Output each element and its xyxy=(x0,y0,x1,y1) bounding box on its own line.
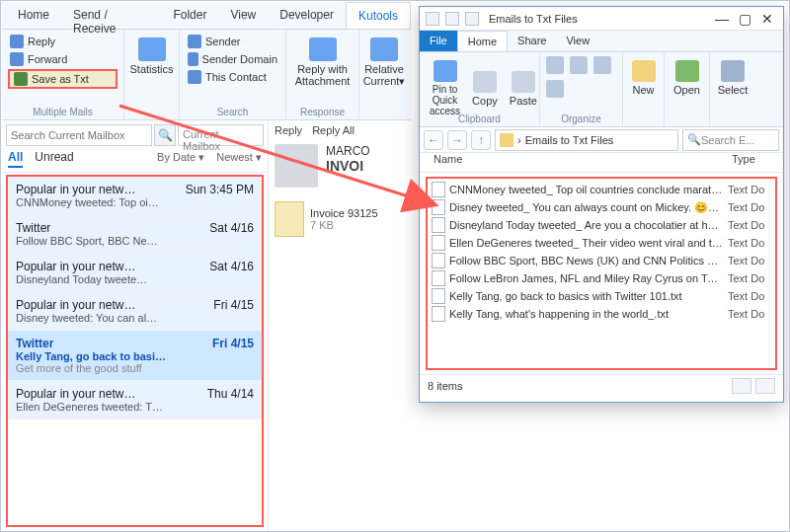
nav-back-button[interactable]: ← xyxy=(424,130,443,150)
text-file-icon xyxy=(432,306,445,322)
minimize-button[interactable]: — xyxy=(715,12,729,26)
reply-with-attachment-button[interactable]: Reply with Attachment xyxy=(292,34,353,91)
tab-view[interactable]: View xyxy=(218,2,268,29)
delete-icon[interactable] xyxy=(593,56,611,74)
file-item[interactable]: Ellen DeGeneres tweeted_ Their video wen… xyxy=(430,234,773,252)
sort-by-date[interactable]: By Date ▾ xyxy=(157,151,204,164)
forward-button[interactable]: Forward xyxy=(8,51,118,67)
new-button[interactable]: New xyxy=(629,56,658,100)
mail-item[interactable]: Popular in your netw…Sat 4/16 Disneyland… xyxy=(8,254,262,292)
tab-home[interactable]: Home xyxy=(6,2,61,29)
sort-newest[interactable]: Newest ▾ xyxy=(216,151,262,164)
view-details-button[interactable] xyxy=(732,378,751,394)
view-thumbnails-button[interactable] xyxy=(755,378,775,394)
copy-button[interactable]: Copy xyxy=(468,56,502,120)
rename-icon[interactable] xyxy=(546,80,564,98)
pin-quick-access-button[interactable]: Pin to Quick access xyxy=(426,56,464,120)
tab-folder[interactable]: Folder xyxy=(161,2,218,29)
file-item[interactable]: Disneyland Today tweeted_ Are you a choc… xyxy=(430,216,773,234)
pin-icon xyxy=(434,60,457,82)
explorer-search-input[interactable]: 🔍 Search E... xyxy=(682,129,779,151)
reply-button[interactable]: Reply xyxy=(8,34,118,49)
clipboard-group-title: Clipboard xyxy=(420,114,539,124)
preview-reply-all-button[interactable]: Reply All xyxy=(312,124,355,136)
statistics-button[interactable]: Statistics xyxy=(130,34,173,79)
outlook-tabstrip: HomeSend / ReceiveFolderViewDeveloperKut… xyxy=(2,2,411,30)
tab-view[interactable]: View xyxy=(556,31,599,51)
status-text: 8 items xyxy=(428,380,462,392)
text-file-icon xyxy=(432,270,445,286)
avatar xyxy=(275,144,318,188)
window-title: Emails to Txt Files xyxy=(485,13,705,25)
search-group-title: Search xyxy=(180,107,285,117)
filter-unread[interactable]: Unread xyxy=(35,150,73,164)
preview-sender: MARCO xyxy=(326,144,370,158)
tab-share[interactable]: Share xyxy=(508,31,556,51)
zip-icon xyxy=(275,201,304,237)
col-type[interactable]: Type xyxy=(732,153,783,172)
mail-item[interactable]: Popular in your netw…Thu 4/14 Ellen DeGe… xyxy=(8,381,262,419)
text-file-icon xyxy=(432,288,445,304)
open-button[interactable]: Open xyxy=(671,56,703,100)
mail-item[interactable]: TwitterFri 4/15 Kelly Tang, go back to b… xyxy=(8,331,262,381)
select-icon xyxy=(721,60,745,82)
folder-icon xyxy=(500,133,514,147)
search-domain-button[interactable]: Sender Domain xyxy=(186,51,279,67)
search-contact-button[interactable]: This Contact xyxy=(186,69,279,85)
tab-file[interactable]: File xyxy=(420,31,457,51)
mail-item[interactable]: TwitterSat 4/16 Follow BBC Sport, BBC Ne… xyxy=(8,215,262,254)
mail-list: Popular in your netw…Sun 3:45 PM CNNMone… xyxy=(6,175,264,527)
nav-forward-button[interactable]: → xyxy=(447,130,467,150)
search-scope-dropdown[interactable]: Current Mailbox xyxy=(178,124,264,146)
open-icon xyxy=(675,60,699,82)
qat-icon[interactable] xyxy=(445,12,459,26)
statistics-label: Statistics xyxy=(130,63,174,75)
attachment[interactable]: Invoice 93125 7 KB xyxy=(275,201,405,237)
filter-all[interactable]: All xyxy=(8,150,23,168)
search-icon[interactable]: 🔍 xyxy=(154,124,176,146)
text-file-icon xyxy=(432,217,445,233)
nav-up-button[interactable]: ↑ xyxy=(471,130,491,150)
mail-item[interactable]: Popular in your netw…Sun 3:45 PM CNNMone… xyxy=(8,177,262,215)
search-input[interactable] xyxy=(6,124,152,146)
file-item[interactable]: CNNMoney tweeted_ Top oil countries conc… xyxy=(430,181,773,198)
move-to-icon[interactable] xyxy=(546,56,564,74)
address-bar[interactable]: › Emails to Txt Files xyxy=(495,129,678,151)
file-list: CNNMoney tweeted_ Top oil countries conc… xyxy=(426,177,777,370)
tab-developer[interactable]: Developer xyxy=(268,2,346,29)
text-file-icon xyxy=(432,253,445,268)
paste-button[interactable]: Paste xyxy=(506,56,541,120)
relative-current-button[interactable]: Relative Current▾ xyxy=(365,34,403,92)
paste-icon xyxy=(512,71,535,93)
outlook-ribbon: Reply Forward Save as Txt Multiple Mails… xyxy=(2,30,411,120)
file-item[interactable]: Follow LeBron James, NFL and Miley Ray C… xyxy=(430,269,773,287)
col-name[interactable]: Name xyxy=(420,153,732,172)
mail-list-pane: 🔍 Current Mailbox All Unread By Date ▾ N… xyxy=(2,120,269,531)
tab-kutools[interactable]: Kutools xyxy=(346,2,411,29)
qat-icon[interactable] xyxy=(465,12,479,26)
attachment-name: Invoice 93125 xyxy=(310,207,378,219)
file-item[interactable]: Kelly Tang, what's happening in the worl… xyxy=(430,305,773,323)
breadcrumb: Emails to Txt Files xyxy=(525,134,614,146)
text-file-icon xyxy=(432,199,445,215)
file-item[interactable]: Kelly Tang, go back to basics with Twitt… xyxy=(430,287,773,305)
attachment-size: 7 KB xyxy=(310,219,378,231)
select-button[interactable]: Select xyxy=(716,56,750,100)
save-as-txt-label: Save as Txt xyxy=(32,73,89,85)
explorer-window: Emails to Txt Files — ▢ ✕ File Home Shar… xyxy=(419,6,784,403)
copy-to-icon[interactable] xyxy=(570,56,588,74)
save-as-txt-button[interactable]: Save as Txt xyxy=(8,69,118,89)
preview-reply-button[interactable]: Reply xyxy=(275,124,302,136)
quick-access-toolbar xyxy=(420,12,485,26)
text-file-icon xyxy=(432,182,445,197)
mail-item[interactable]: Popular in your netw…Fri 4/15 Disney twe… xyxy=(8,292,262,331)
maximize-button[interactable]: ▢ xyxy=(739,12,751,26)
preview-pane: Reply Reply All MARCO INVOI Invoice 9312… xyxy=(269,120,411,531)
search-sender-button[interactable]: Sender xyxy=(186,34,279,49)
tab-send-receive[interactable]: Send / Receive xyxy=(61,2,161,29)
tab-home[interactable]: Home xyxy=(457,31,508,51)
text-file-icon xyxy=(432,235,445,251)
close-button[interactable]: ✕ xyxy=(761,12,773,26)
file-item[interactable]: Disney tweeted_ You can always count on … xyxy=(430,198,773,216)
file-item[interactable]: Follow BBC Sport, BBC News (UK) and CNN … xyxy=(430,252,773,269)
